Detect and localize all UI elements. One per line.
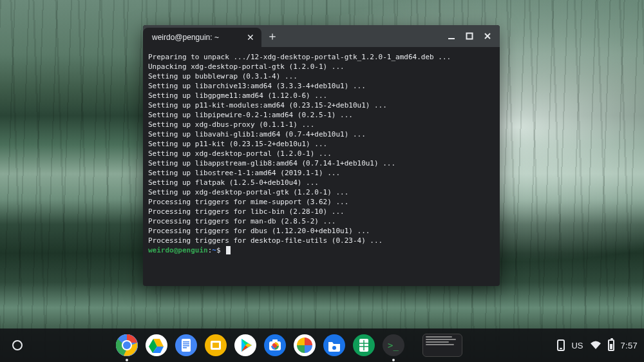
launcher-icon <box>12 340 23 350</box>
svg-rect-29 <box>272 339 278 342</box>
launcher-button[interactable] <box>6 334 28 356</box>
terminal-line: Preparing to unpack .../12-xdg-desktop-p… <box>148 52 495 62</box>
phone-hub-icon[interactable] <box>557 339 565 351</box>
svg-text:>_: >_ <box>388 340 399 351</box>
terminal-line: Setting up flatpak (1.2.5-0+deb10u4) ... <box>148 178 495 187</box>
svg-rect-18 <box>183 347 187 348</box>
drive-app-icon[interactable] <box>144 333 169 357</box>
docs-app-icon[interactable] <box>174 333 198 357</box>
battery-icon[interactable] <box>608 339 614 351</box>
terminal-line: Setting up libgpgme11:amd64 (1.12.0-6) .… <box>148 91 495 100</box>
play-store-app-icon[interactable] <box>233 333 258 357</box>
terminal-line: Processing triggers for desktop-file-uti… <box>148 236 495 245</box>
svg-rect-17 <box>183 345 189 347</box>
terminal-line: Setting up libappstream-glib8:amd64 (0.7… <box>148 158 495 168</box>
pinned-apps: >_ <box>115 333 406 357</box>
terminal-line: Setting up p11-kit (0.23.15-2+deb10u1) .… <box>148 139 495 149</box>
desktop: weirdo@penguin: ~ ✕ ＋ Preparing to unpac… <box>0 0 644 362</box>
close-window-button[interactable] <box>483 32 492 41</box>
terminal-line: Setting up libostree-1-1:amd64 (2019.1-1… <box>148 168 495 178</box>
terminal-line: Setting up libarchive13:amd64 (3.3.3-4+d… <box>148 81 495 91</box>
terminal-line: Setting up xdg-desktop-portal (1.2.0-1) … <box>148 149 495 158</box>
window-controls <box>439 25 500 47</box>
terminal-line: Setting up p11-kit-modules:amd64 (0.23.1… <box>148 100 495 110</box>
svg-point-7 <box>123 341 131 349</box>
terminal-window[interactable]: weirdo@penguin: ~ ✕ ＋ Preparing to unpac… <box>143 25 500 286</box>
svg-rect-1 <box>467 33 473 39</box>
close-tab-icon[interactable]: ✕ <box>245 32 256 43</box>
photos-app-icon[interactable] <box>292 333 317 357</box>
chrome-app-icon[interactable] <box>115 333 139 357</box>
terminal-line: Setting up libpipewire-0.2-1:amd64 (0.2.… <box>148 110 495 120</box>
terminal-prompt[interactable]: weirdo@penguin:~$ <box>148 245 495 255</box>
slides-app-icon[interactable] <box>204 333 228 357</box>
window-preview[interactable] <box>422 334 462 357</box>
files-app-icon[interactable] <box>322 333 346 357</box>
terminal-line: Unpacking xdg-desktop-portal-gtk (1.2.0-… <box>148 62 495 71</box>
terminal-line: Processing triggers for man-db (2.8.5-2)… <box>148 216 495 226</box>
sheets-app-icon[interactable] <box>352 333 376 357</box>
terminal-line: Processing triggers for dbus (1.12.20-0+… <box>148 226 495 236</box>
terminal-line: Setting up xdg-desktop-portal-gtk (1.2.0… <box>148 187 495 197</box>
maximize-button[interactable] <box>465 32 474 41</box>
camera-app-icon[interactable] <box>263 333 287 357</box>
shelf: >_ US 7:57 <box>0 329 644 362</box>
svg-point-33 <box>332 346 336 350</box>
ime-indicator[interactable]: US <box>571 341 583 350</box>
tab-title: weirdo@penguin: ~ <box>152 33 219 42</box>
svg-rect-16 <box>183 343 189 345</box>
titlebar[interactable]: weirdo@penguin: ~ ✕ ＋ <box>143 25 500 47</box>
prompt-user-host: weirdo@penguin <box>148 246 208 254</box>
terminal-output[interactable]: Preparing to unpack .../12-xdg-desktop-p… <box>143 47 500 286</box>
svg-rect-15 <box>183 341 189 343</box>
status-tray[interactable]: US 7:57 <box>557 339 638 351</box>
terminal-line: Setting up xdg-dbus-proxy (0.1.1-1) ... <box>148 120 495 129</box>
minimize-button[interactable] <box>447 32 456 41</box>
terminal-app-icon[interactable]: >_ <box>381 333 406 357</box>
wifi-icon[interactable] <box>590 341 601 350</box>
terminal-line: Processing triggers for mime-support (3.… <box>148 197 495 207</box>
clock[interactable]: 7:57 <box>621 341 638 350</box>
cursor <box>226 246 231 254</box>
terminal-line: Setting up libavahi-glib1:amd64 (0.7-4+d… <box>148 129 495 139</box>
terminal-line: Setting up bubblewrap (0.3.1-4) ... <box>148 71 495 81</box>
new-tab-button[interactable]: ＋ <box>261 25 283 47</box>
terminal-line: Processing triggers for libc-bin (2.28-1… <box>148 207 495 216</box>
terminal-tab[interactable]: weirdo@penguin: ~ ✕ <box>143 28 261 47</box>
svg-rect-21 <box>213 343 219 348</box>
prompt-path: ~ <box>212 246 216 254</box>
